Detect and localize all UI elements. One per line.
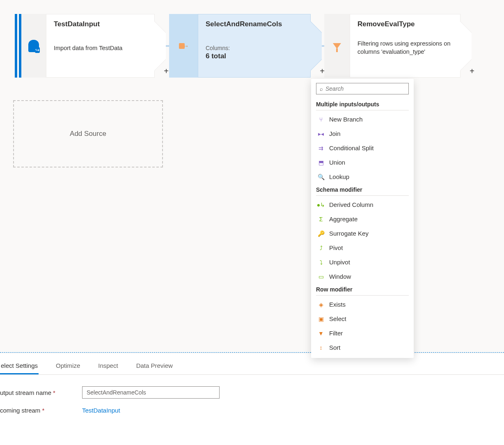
dataflow-canvas[interactable]: TestDataInput Import data from TestData … xyxy=(0,0,504,353)
exists-icon: ◈ xyxy=(318,301,324,308)
sort-icon: ↕ xyxy=(318,344,324,351)
lookup-icon: 🔍 xyxy=(318,174,324,180)
node-removeevaltype[interactable]: RemoveEvalType Filtering rows using expr… xyxy=(324,14,460,78)
join-icon: ▸◂ xyxy=(318,131,324,137)
window-icon: ▭ xyxy=(318,273,324,280)
menu-item-pivot[interactable]: ⤴Pivot xyxy=(316,241,409,255)
incoming-stream-link[interactable]: TestDataInput xyxy=(82,407,120,414)
tab-optimize[interactable]: Optimize xyxy=(55,358,81,374)
select-icon: ▣ xyxy=(318,316,324,322)
menu-item-derived-column[interactable]: ●↳Derived Column xyxy=(316,197,409,212)
node-description: Filtering rows using expressions on colu… xyxy=(357,40,453,56)
menu-item-aggregate[interactable]: ΣAggregate xyxy=(316,212,409,226)
menu-item-union[interactable]: ⬒Union xyxy=(316,155,409,170)
menu-item-select[interactable]: ▣Select xyxy=(316,312,409,326)
menu-item-new-branch[interactable]: ⑂New Branch xyxy=(316,112,409,126)
conditional-split-icon: ⇉ xyxy=(318,145,324,151)
tab-inspect[interactable]: Inspect xyxy=(97,358,119,374)
output-stream-label: utput stream name* xyxy=(0,389,82,396)
menu-item-exists[interactable]: ◈Exists xyxy=(316,297,409,312)
node-title: SelectAndRenameCols xyxy=(206,20,303,28)
menu-item-surrogate-key[interactable]: 🔑Surrogate Key xyxy=(316,226,409,241)
node-icon-col xyxy=(21,14,46,78)
menu-section-header: Multiple inputs/outputs xyxy=(316,99,409,110)
menu-item-join[interactable]: ▸◂Join xyxy=(316,126,409,141)
menu-section-header: Schema modifier xyxy=(316,184,409,196)
source-dataset-icon xyxy=(28,40,39,52)
unpivot-icon: ⤵ xyxy=(318,259,324,266)
node-title: RemoveEvalType xyxy=(357,20,453,28)
tab-select-settings[interactable]: elect Settings xyxy=(0,358,39,374)
add-transformation-button[interactable]: + xyxy=(164,67,169,76)
transformation-menu: ⌕ Multiple inputs/outputs ⑂New Branch ▸◂… xyxy=(311,79,414,358)
output-stream-name-input[interactable] xyxy=(82,386,220,399)
add-transformation-button[interactable]: + xyxy=(470,67,474,76)
node-sub-label: Columns: xyxy=(206,45,303,51)
search-icon: ⌕ xyxy=(320,86,323,92)
surrogate-key-icon: 🔑 xyxy=(318,230,324,237)
derived-column-icon: ●↳ xyxy=(318,202,324,208)
menu-section-header: Row modifier xyxy=(316,284,409,296)
menu-item-filter[interactable]: ▼Filter xyxy=(316,326,409,340)
bottom-panel: elect Settings Optimize Inspect Data Pre… xyxy=(0,354,504,445)
union-icon: ⬒ xyxy=(318,159,324,166)
panel-divider[interactable] xyxy=(0,352,504,353)
menu-item-conditional-split[interactable]: ⇉Conditional Split xyxy=(316,141,409,155)
menu-item-unpivot[interactable]: ⤵Unpivot xyxy=(316,255,409,269)
add-source-button[interactable]: Add Source xyxy=(13,100,163,167)
menu-item-lookup[interactable]: 🔍Lookup xyxy=(316,170,409,184)
branch-icon: ⑂ xyxy=(318,116,324,123)
node-selectandrenamecols[interactable]: SelectAndRenameCols Columns: 6 total + xyxy=(169,14,311,78)
filter-icon: ▼ xyxy=(318,330,324,337)
incoming-stream-label: coming stream* xyxy=(0,407,82,414)
node-title: TestDataInput xyxy=(54,20,147,28)
pivot-icon: ⤴ xyxy=(318,245,324,251)
node-description: Import data from TestData xyxy=(54,45,147,51)
tab-data-preview[interactable]: Data Preview xyxy=(135,358,174,374)
menu-item-sort[interactable]: ↕Sort xyxy=(316,340,409,355)
panel-tabs: elect Settings Optimize Inspect Data Pre… xyxy=(0,358,504,375)
aggregate-icon: Σ xyxy=(318,216,324,222)
filter-transform-icon xyxy=(333,43,341,49)
node-testdatainput[interactable]: TestDataInput Import data from TestData … xyxy=(15,14,155,78)
select-transform-icon xyxy=(179,42,188,50)
menu-item-window[interactable]: ▭Window xyxy=(316,269,409,284)
menu-search[interactable]: ⌕ xyxy=(316,83,409,94)
menu-search-input[interactable] xyxy=(325,85,405,92)
node-sub-value: 6 total xyxy=(206,52,303,60)
